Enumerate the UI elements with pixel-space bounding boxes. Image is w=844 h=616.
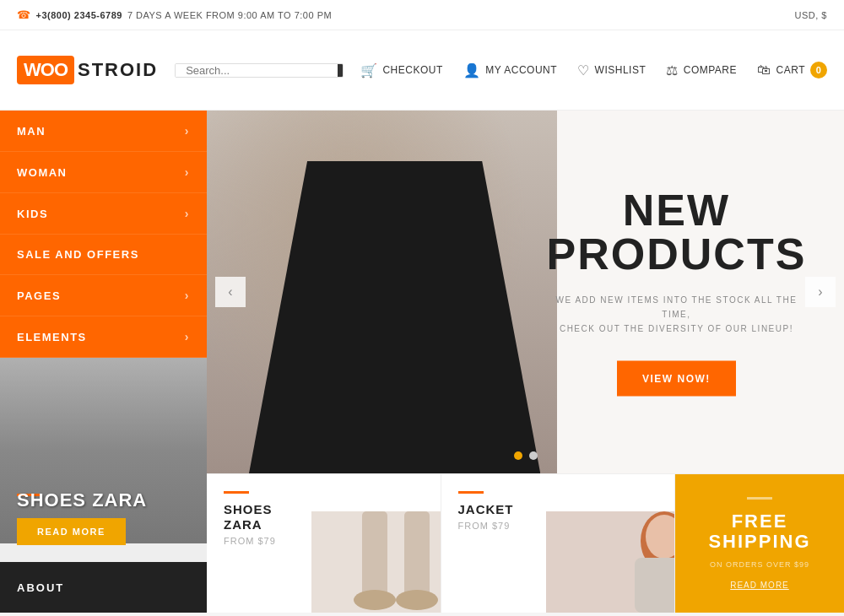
sidebar: MAN › WOMAN › KIDS › SALE AND OFFERS PAG… bbox=[0, 111, 207, 613]
my-account-link[interactable]: 👤 MY ACCOUNT bbox=[463, 62, 557, 78]
compare-link[interactable]: ⚖ COMPARE bbox=[666, 62, 737, 78]
logo[interactable]: WOO STROID bbox=[17, 56, 158, 84]
top-bar-left: ☎ +3(800) 2345-6789 7 DAYS A WEEK FROM 9… bbox=[17, 8, 332, 21]
svg-point-15 bbox=[378, 366, 390, 378]
promo-model-illustration bbox=[0, 358, 207, 543]
slider-dot-2[interactable] bbox=[529, 451, 538, 460]
sidebar-item-elements-label: ELEMENTS bbox=[17, 331, 87, 343]
svg-rect-20 bbox=[304, 271, 342, 300]
sidebar-item-pages[interactable]: PAGES › bbox=[0, 275, 207, 316]
promo-image bbox=[0, 358, 207, 543]
chevron-right-icon: › bbox=[185, 165, 190, 179]
svg-rect-30 bbox=[635, 558, 675, 613]
sidebar-item-kids-label: KIDS bbox=[17, 208, 48, 220]
svg-point-25 bbox=[354, 590, 396, 610]
wishlist-link[interactable]: ♡ WISHLIST bbox=[577, 62, 646, 78]
sidebar-item-elements[interactable]: ELEMENTS › bbox=[0, 316, 207, 358]
svg-point-10 bbox=[392, 185, 401, 192]
cart-icon: 🛒 bbox=[360, 62, 378, 78]
product-accent-line bbox=[224, 491, 249, 494]
hero-view-now-button[interactable]: VIEW NOW! bbox=[617, 361, 736, 397]
hero-model-image bbox=[207, 111, 557, 473]
hero-slider: NEWPRODUCTS WE ADD NEW ITEMS INTO THE ST… bbox=[207, 111, 844, 473]
slider-dots bbox=[514, 451, 538, 460]
svg-rect-4 bbox=[207, 111, 557, 473]
sidebar-item-pages-label: PAGES bbox=[17, 289, 61, 302]
chevron-right-icon: › bbox=[185, 124, 190, 138]
sidebar-promo: SHOES ZARA READ MORE bbox=[0, 358, 207, 562]
svg-rect-24 bbox=[404, 511, 430, 596]
compare-label: COMPARE bbox=[684, 64, 737, 76]
svg-point-26 bbox=[396, 590, 438, 610]
hours-text: 7 DAYS A WEEK FROM 9:00 AM TO 7:00 PM bbox=[127, 10, 332, 20]
search-button[interactable]: SEARCH bbox=[338, 64, 344, 77]
phone-icon: ☎ bbox=[17, 8, 31, 21]
chevron-right-icon: › bbox=[185, 330, 190, 343]
svg-rect-18 bbox=[333, 246, 359, 313]
hero-title: NEWPRODUCTS bbox=[543, 188, 810, 276]
svg-point-8 bbox=[346, 149, 422, 241]
cart-link[interactable]: 🛍 CART 0 bbox=[757, 62, 827, 78]
model-illustration bbox=[207, 111, 557, 473]
hero-section: NEWPRODUCTS WE ADD NEW ITEMS INTO THE ST… bbox=[207, 111, 844, 613]
sidebar-item-woman[interactable]: WOMAN › bbox=[0, 152, 207, 193]
svg-rect-0 bbox=[0, 358, 207, 543]
svg-rect-7 bbox=[333, 186, 435, 355]
cart-count-badge: 0 bbox=[810, 62, 827, 78]
chevron-right-icon: › bbox=[185, 207, 190, 220]
checkout-label: CHECKOUT bbox=[382, 64, 442, 76]
sidebar-item-man[interactable]: MAN › bbox=[0, 111, 207, 152]
shopping-cart-icon: 🛍 bbox=[757, 62, 771, 78]
slider-next-button[interactable]: › bbox=[805, 277, 836, 307]
svg-rect-17 bbox=[316, 389, 452, 402]
top-bar: ☎ +3(800) 2345-6789 7 DAYS A WEEK FROM 9… bbox=[0, 0, 844, 30]
woman-illustration bbox=[546, 511, 675, 613]
shoes-illustration bbox=[311, 511, 441, 613]
cart-label: CART bbox=[776, 64, 805, 76]
chevron-right-icon: › bbox=[185, 289, 190, 302]
svg-point-14 bbox=[378, 328, 390, 340]
checkout-link[interactable]: 🛒 CHECKOUT bbox=[360, 62, 443, 78]
sidebar-item-sale[interactable]: SALE AND OFFERS bbox=[0, 235, 207, 275]
currency-selector[interactable]: USD, $ bbox=[795, 10, 827, 20]
search-input[interactable] bbox=[176, 64, 338, 77]
svg-rect-12 bbox=[350, 246, 418, 473]
search-bar: SEARCH bbox=[175, 63, 344, 78]
product-accent-line bbox=[458, 491, 484, 494]
svg-point-6 bbox=[325, 119, 443, 271]
free-shipping-sub: ON ORDERS OVER $99 bbox=[710, 560, 809, 569]
my-account-label: MY ACCOUNT bbox=[485, 64, 557, 76]
slider-prev-button[interactable]: ‹ bbox=[215, 277, 246, 307]
sidebar-nav: MAN › WOMAN › KIDS › SALE AND OFFERS PAG… bbox=[0, 111, 207, 358]
main-layout: MAN › WOMAN › KIDS › SALE AND OFFERS PAG… bbox=[0, 111, 844, 613]
product-image-shoes bbox=[311, 511, 440, 613]
logo-woo: WOO bbox=[17, 56, 74, 84]
svg-rect-21 bbox=[426, 271, 464, 300]
logo-stroid: STROID bbox=[78, 59, 158, 81]
svg-point-9 bbox=[367, 185, 376, 192]
product-card-shoes: SHOESZARA FROM $79 bbox=[207, 474, 441, 613]
promo-read-more-button[interactable]: READ MORE bbox=[17, 518, 126, 545]
svg-rect-11 bbox=[291, 246, 477, 473]
about-label: ABOUT bbox=[17, 581, 64, 594]
product-card-jacket: JACKET FROM $79 bbox=[441, 474, 676, 613]
svg-rect-19 bbox=[409, 246, 435, 313]
header: WOO STROID SEARCH 🛒 CHECKOUT 👤 MY ACCOUN… bbox=[0, 30, 844, 111]
sidebar-item-woman-label: WOMAN bbox=[17, 166, 68, 179]
sidebar-item-man-label: MAN bbox=[17, 125, 46, 138]
sidebar-about[interactable]: ABOUT bbox=[0, 562, 207, 613]
phone-number: +3(800) 2345-6789 bbox=[36, 10, 122, 20]
heart-icon: ♡ bbox=[577, 62, 590, 78]
svg-point-1 bbox=[61, 379, 108, 438]
user-icon: 👤 bbox=[463, 62, 481, 78]
free-shipping-readmore[interactable]: READ MORE bbox=[730, 581, 789, 590]
compare-icon: ⚖ bbox=[666, 62, 679, 78]
sidebar-item-sale-label: SALE AND OFFERS bbox=[17, 248, 139, 261]
sidebar-item-kids[interactable]: KIDS › bbox=[0, 193, 207, 235]
svg-point-13 bbox=[378, 290, 390, 302]
free-shipping-title: FREESHIPPING bbox=[708, 511, 810, 552]
slider-dot-1[interactable] bbox=[514, 451, 522, 460]
free-shipping-card: FREESHIPPING ON ORDERS OVER $99 READ MOR… bbox=[675, 474, 844, 613]
svg-rect-23 bbox=[362, 511, 387, 596]
products-row: SHOESZARA FROM $79 JACKET F bbox=[207, 473, 844, 613]
